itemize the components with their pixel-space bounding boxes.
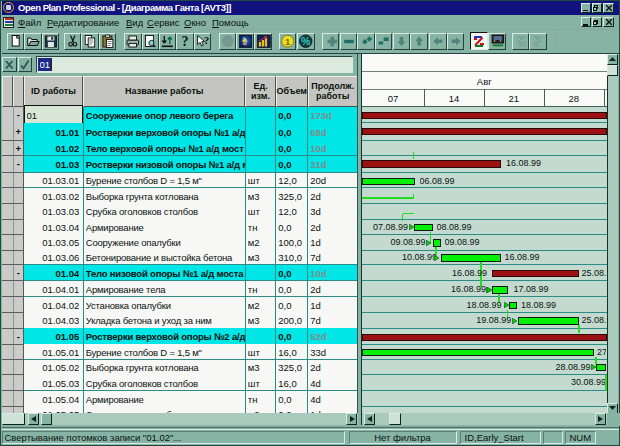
svg-text:?: ? [204, 33, 210, 45]
svg-text:1: 1 [285, 36, 291, 47]
svg-text:?: ? [182, 34, 189, 49]
svg-text:%: % [301, 35, 311, 47]
